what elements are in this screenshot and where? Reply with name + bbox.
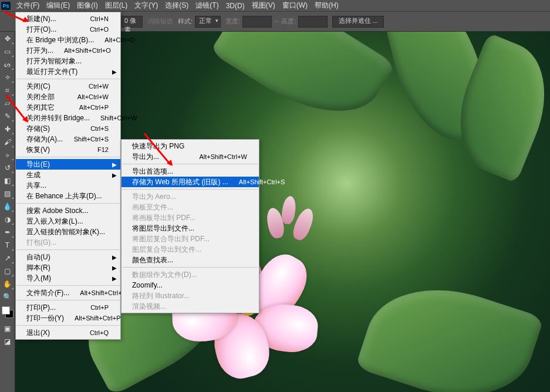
menu-item[interactable]: 自动(U)▶ [16, 252, 120, 262]
tool-heal[interactable]: ✚ [1, 123, 14, 135]
menu-item-label: 数据组作为文件(D)... [132, 270, 197, 280]
menu-item[interactable]: 文件简介(F)...Alt+Shift+Ctrl+I [16, 288, 120, 298]
height-label: 高度: [281, 17, 296, 26]
select-mask-button[interactable]: 选择并遮住 ... [332, 16, 384, 28]
menu-help[interactable]: 帮助(H) [311, 0, 342, 12]
menu-select[interactable]: 选择(S) [161, 0, 192, 12]
menu-item[interactable]: 生成▶ [16, 170, 120, 180]
menu-item[interactable]: 共享... [16, 180, 120, 191]
menu-item[interactable]: 搜索 Adobe Stock... [16, 205, 120, 216]
menu-item[interactable]: 置入链接的智能对象(K)... [16, 227, 120, 237]
menu-item[interactable]: 恢复(V)F12 [16, 144, 120, 155]
menu-item-label: 脚本(R) [26, 263, 50, 273]
menu-separator [16, 285, 120, 286]
tool-blur[interactable]: 💧 [1, 201, 14, 212]
menu-item-label: 导出为... [132, 152, 159, 162]
menu-item[interactable]: 颜色查找表... [122, 255, 259, 265]
tool-brush[interactable]: 🖌 [1, 136, 14, 148]
tool-crop[interactable]: ⌗ [1, 85, 14, 96]
menu-3d[interactable]: 3D(D) [222, 1, 248, 11]
menu-item[interactable]: 导出首选项... [122, 166, 259, 177]
menu-item[interactable]: 将图层导出到文件... [122, 223, 259, 234]
menu-item[interactable]: 退出(X)Ctrl+Q [16, 327, 120, 338]
menu-shortcut: Alt+Shift+Ctrl+W [188, 153, 247, 160]
menu-item-label: 画板至文件... [132, 202, 173, 212]
menu-type[interactable]: 文字(Y) [131, 0, 161, 12]
menu-item[interactable]: 置入嵌入对象(L)... [16, 216, 120, 227]
menu-layer[interactable]: 图层(L) [102, 0, 131, 12]
style-select[interactable]: 正常 [195, 16, 221, 28]
menu-shortcut: Alt+Shift+Ctrl+O [53, 47, 111, 54]
menu-item[interactable]: 打开(O)...Ctrl+O [16, 24, 120, 35]
menu-item-label: 打包(G)... [26, 238, 56, 248]
menu-window[interactable]: 窗口(W) [279, 0, 311, 12]
tool-zoom[interactable]: 🔍 [1, 291, 14, 303]
submenu-arrow-icon: ▶ [112, 265, 117, 271]
menu-item-label: 关闭其它 [26, 103, 55, 113]
menu-item[interactable]: 最近打开文件(T)▶ [16, 66, 120, 77]
menu-view[interactable]: 视图(V) [248, 0, 279, 12]
tool-path[interactable]: ↗ [1, 252, 14, 264]
tool-dodge[interactable]: ◑ [1, 214, 14, 225]
menu-item[interactable]: 在 Bridge 中浏览(B)...Alt+Ctrl+O [16, 35, 120, 45]
tool-eraser[interactable]: ◧ [1, 175, 14, 187]
antialias-label: 消除锯齿 [147, 17, 173, 26]
menu-item: 路径到 Illustrator... [122, 290, 259, 301]
style-label: 样式: [178, 17, 193, 26]
menu-item[interactable]: 打印(P)...Ctrl+P [16, 302, 120, 313]
menu-file[interactable]: 文件(F) [13, 0, 43, 12]
color-swatches[interactable] [2, 306, 14, 318]
tool-gradient[interactable]: ▤ [1, 188, 14, 200]
tool-type[interactable]: T [1, 239, 14, 251]
tool-hand[interactable]: ✋ [1, 278, 14, 290]
swap-icon[interactable]: ⇄ [274, 18, 279, 25]
tool-wand[interactable]: ✧ [1, 72, 14, 83]
fg-color-swatch[interactable] [2, 306, 10, 315]
menu-item[interactable]: 打印一份(Y)Alt+Shift+Ctrl+P [16, 313, 120, 323]
tool-eyedropper[interactable]: ✎ [1, 110, 14, 122]
width-input[interactable] [242, 16, 272, 28]
tool-pen[interactable]: ✒ [1, 227, 14, 238]
menu-item[interactable]: 快速导出为 PNG [122, 141, 259, 151]
menu-item-label: 路径到 Illustrator... [132, 291, 190, 301]
screen-mode[interactable]: ▣ [1, 323, 14, 334]
feather-input[interactable]: 0 像素 [122, 16, 143, 28]
menu-item[interactable]: 存储为(A)...Shift+Ctrl+S [16, 134, 120, 144]
menu-item: 画板至文件... [122, 202, 259, 212]
menu-item[interactable]: Zoomify... [122, 280, 259, 290]
menu-item[interactable]: 导入(M)▶ [16, 273, 120, 283]
tool-shape[interactable]: ▢ [1, 265, 14, 277]
menu-item[interactable]: 关闭(C)Ctrl+W [16, 81, 120, 92]
menu-item[interactable]: 打开为...Alt+Shift+Ctrl+O [16, 45, 120, 56]
menu-shortcut: Alt+Ctrl+W [67, 93, 109, 100]
menu-item[interactable]: 关闭并转到 Bridge...Shift+Ctrl+W [16, 113, 120, 123]
menu-item[interactable]: 关闭全部Alt+Ctrl+W [16, 92, 120, 102]
menu-item: 图层复合导出到文件... [122, 244, 259, 255]
menu-item[interactable]: 导出为...Alt+Shift+Ctrl+W [122, 151, 259, 162]
menu-image[interactable]: 图像(I) [73, 0, 101, 12]
height-input[interactable] [298, 16, 328, 28]
tool-history[interactable]: ↺ [1, 162, 14, 174]
menu-item[interactable]: 导出(E)▶ [16, 159, 120, 170]
menu-item-label: 导出首选项... [132, 167, 173, 177]
menu-item-label: 退出(X) [26, 328, 50, 338]
menu-item[interactable]: 打开为智能对象... [16, 56, 120, 66]
menu-item[interactable]: 存储(S)Ctrl+S [16, 123, 120, 134]
menu-item[interactable]: 存储为 Web 所用格式 (旧版) ...Alt+Shift+Ctrl+S [122, 177, 259, 187]
menu-item[interactable]: 在 Behance 上共享(D)... [16, 191, 120, 201]
menu-item: 导出为 Aero... [122, 191, 259, 202]
menu-item-label: 导出(E) [26, 160, 50, 170]
tool-lasso[interactable]: ᔕ [1, 59, 14, 70]
menu-item[interactable]: 脚本(R)▶ [16, 262, 120, 273]
tool-move[interactable]: ✥ [1, 33, 14, 45]
menu-filter[interactable]: 滤镜(T) [192, 0, 222, 12]
tool-marquee[interactable]: ▭ [1, 46, 14, 58]
menu-item-label: 在 Bridge 中浏览(B)... [26, 35, 94, 45]
tool-stamp[interactable]: ⟐ [1, 149, 14, 161]
menu-item-label: 导入(M) [26, 273, 51, 283]
menu-item[interactable]: 新建(N)...Ctrl+N [16, 13, 120, 24]
menu-item: 打包(G)... [16, 237, 120, 248]
menu-edit[interactable]: 编辑(E) [43, 0, 73, 12]
menu-item[interactable]: 关闭其它Alt+Ctrl+P [16, 102, 120, 113]
quick-mask[interactable]: ◪ [1, 336, 14, 347]
